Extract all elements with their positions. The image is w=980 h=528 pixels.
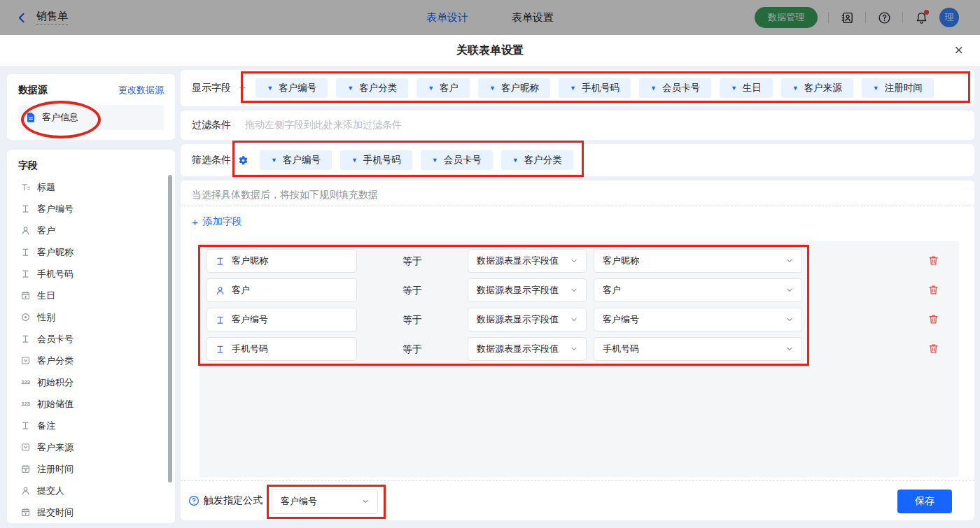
caret-down-icon: ▼ — [650, 85, 657, 92]
rule-target-field[interactable]: 客户 — [206, 278, 357, 302]
rule-target-field[interactable]: 客户编号 — [206, 308, 357, 331]
rule-source-select[interactable]: 数据源表显示字段值 — [468, 278, 587, 302]
rule-value-select[interactable]: 客户 — [594, 278, 802, 302]
add-field-link[interactable]: + 添加字段 — [192, 215, 242, 228]
rule-source-select[interactable]: 数据源表显示字段值 — [468, 337, 587, 361]
sidebar-field-item[interactable]: 提交时间 — [7, 501, 175, 523]
delete-rule-icon[interactable] — [927, 255, 940, 267]
chip-label: 客户分类 — [524, 154, 562, 166]
rule-target-field[interactable]: 手机号码 — [206, 337, 357, 361]
user-icon — [20, 225, 31, 236]
display-field-chip[interactable]: ▼客户来源 — [781, 78, 853, 98]
rule-row: 客户编号等于数据源表显示字段值客户编号 — [200, 308, 959, 331]
caret-down-icon: ▼ — [428, 85, 434, 92]
sidebar-field-item[interactable]: 标题 — [7, 176, 175, 198]
back-icon[interactable] — [14, 10, 29, 25]
delete-rule-icon[interactable] — [927, 284, 940, 297]
notification-bell-icon[interactable] — [913, 10, 929, 25]
sidebar-field-item[interactable]: 性别 — [7, 306, 175, 328]
user-avatar[interactable]: 理 — [939, 8, 959, 27]
caret-down-icon: ▼ — [873, 85, 879, 92]
field-label: 备注 — [37, 420, 55, 432]
rule-value: 客户 — [603, 284, 621, 297]
rule-value: 手机号码 — [603, 343, 639, 355]
sidebar-field-item[interactable]: 客户来源 — [7, 436, 175, 458]
radio-icon — [20, 312, 31, 322]
screen-condition-chip[interactable]: ▼会员卡号 — [421, 150, 493, 170]
delete-rule-icon[interactable] — [927, 343, 940, 355]
filter-label: 过滤条件 — [192, 119, 231, 131]
rule-target-field[interactable]: 客户昵称 — [206, 249, 357, 273]
tab-form-design[interactable]: 表单设计 — [426, 11, 468, 24]
select-icon — [20, 355, 31, 366]
chip-label: 会员卡号 — [444, 154, 482, 166]
display-field-chip[interactable]: ▼手机号码 — [559, 78, 631, 98]
display-field-chip[interactable]: ▼客户昵称 — [478, 78, 550, 98]
rule-value-select[interactable]: 客户编号 — [594, 308, 802, 331]
sidebar-field-item[interactable]: 123初始储值 — [7, 393, 175, 415]
change-datasource-link[interactable]: 更改数据源 — [118, 84, 164, 97]
rule-value-select[interactable]: 客户昵称 — [594, 249, 802, 273]
address-book-icon[interactable] — [839, 10, 855, 25]
rule-value-select[interactable]: 手机号码 — [594, 337, 802, 361]
chevron-down-icon — [360, 497, 370, 506]
rule-source-select[interactable]: 数据源表显示字段值 — [468, 249, 587, 273]
trigger-formula-select[interactable]: 客户编号 — [272, 489, 378, 514]
title-icon — [20, 182, 31, 192]
sidebar-field-item[interactable]: 客户编号 — [7, 198, 175, 220]
screen-condition-chip[interactable]: ▼手机号码 — [340, 150, 412, 170]
sidebar-field-item[interactable]: 备注 — [7, 415, 175, 436]
rule-operator: 等于 — [402, 249, 422, 273]
save-button[interactable]: 保存 — [897, 490, 952, 513]
fields-panel-title: 字段 — [7, 159, 175, 172]
display-field-chip[interactable]: ▼注册时间 — [862, 78, 934, 98]
sidebar-field-item[interactable]: 客户 — [7, 220, 175, 241]
delete-rule-icon[interactable] — [927, 313, 940, 326]
date-icon — [20, 290, 31, 301]
filter-dropzone-placeholder[interactable]: 拖动左侧字段到此处来添加过滤条件 — [245, 119, 402, 131]
modal-footer: 触发指定公式 客户编号 保存 — [181, 481, 974, 520]
field-label: 客户编号 — [37, 203, 74, 215]
sidebar-field-item[interactable]: 注册时间 — [7, 458, 175, 480]
chip-label: 客户来源 — [804, 82, 842, 94]
field-label: 注册时间 — [37, 463, 74, 476]
rules-panel: 客户昵称等于数据源表显示字段值客户昵称客户等于数据源表显示字段值客户客户编号等于… — [200, 241, 959, 477]
sidebar-field-item[interactable]: 客户分类 — [7, 350, 175, 371]
fill-rules-card: 当选择具体数据后，将按如下规则填充数据 + 添加字段 客户昵称等于数据源表显示字… — [181, 180, 974, 520]
close-icon[interactable]: × — [954, 41, 963, 59]
modal-header: 关联表单设置 × — [0, 35, 980, 66]
screen-condition-chip[interactable]: ▼客户分类 — [501, 150, 573, 170]
data-manage-button[interactable]: 数据管理 — [755, 7, 818, 28]
help-icon[interactable] — [876, 10, 892, 25]
date-icon — [20, 507, 31, 518]
sidebar-field-item[interactable]: 提交人 — [7, 480, 175, 501]
display-field-chip[interactable]: ▼会员卡号 — [639, 78, 711, 98]
sidebar-field-item[interactable]: 123初始积分 — [7, 371, 175, 393]
caret-down-icon: ▼ — [267, 85, 273, 92]
display-field-chip[interactable]: ▼客户分类 — [336, 78, 408, 98]
user-icon — [20, 485, 31, 496]
display-field-chip[interactable]: ▼客户编号 — [255, 78, 328, 98]
designer-tabs: 表单设计 表单设置 — [426, 0, 554, 35]
form-name[interactable]: 销售单 — [36, 10, 68, 25]
gear-icon[interactable] — [238, 155, 248, 166]
display-field-chips: ▼客户编号▼客户分类▼客户▼客户昵称▼手机号码▼会员卡号▼生日▼客户来源▼注册时… — [255, 78, 933, 98]
text-icon — [215, 315, 225, 325]
field-list: 标题客户编号客户客户昵称手机号码生日性别会员卡号客户分类123初始积分123初始… — [7, 176, 175, 523]
datasource-item[interactable]: 客户信息 — [18, 105, 164, 130]
field-label: 客户分类 — [37, 355, 74, 367]
add-display-field-icon[interactable]: + — [239, 82, 246, 94]
sidebar-field-item[interactable]: 生日 — [7, 285, 175, 306]
sidebar-field-item[interactable]: 手机号码 — [7, 263, 175, 285]
tab-form-settings[interactable]: 表单设置 — [512, 11, 554, 24]
formula-help-icon[interactable] — [188, 495, 200, 506]
add-field-link-label: 添加字段 — [203, 215, 242, 228]
field-label: 客户来源 — [37, 441, 74, 454]
display-field-chip[interactable]: ▼生日 — [720, 78, 773, 98]
display-field-chip[interactable]: ▼客户 — [416, 78, 470, 98]
sidebar-field-item[interactable]: 会员卡号 — [7, 328, 175, 350]
rule-source-select[interactable]: 数据源表显示字段值 — [468, 308, 587, 331]
screen-condition-chip[interactable]: ▼客户编号 — [260, 150, 332, 170]
fields-scrollbar[interactable] — [168, 175, 172, 483]
sidebar-field-item[interactable]: 客户昵称 — [7, 241, 175, 263]
